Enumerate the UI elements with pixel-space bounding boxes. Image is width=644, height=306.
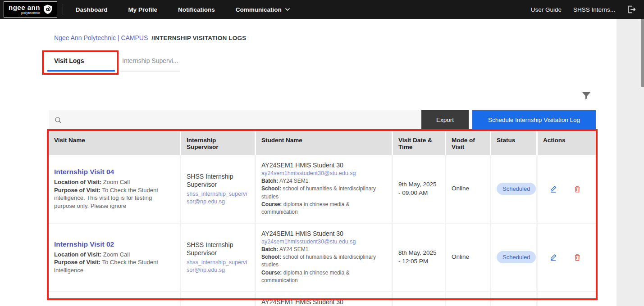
- tab-visit-logs[interactable]: Visit Logs: [47, 57, 115, 72]
- student-email-link[interactable]: ay24sem1hmisstudent30@stu.edu.sg: [261, 238, 386, 246]
- search-bar: [49, 110, 421, 130]
- nav-item-notifications[interactable]: Notifications: [178, 6, 215, 13]
- visit-logs-table: Visit Name Internship Supervisor Student…: [49, 131, 596, 306]
- delete-icon[interactable]: [573, 253, 582, 262]
- breadcrumb-current: /INTERNSHIP VISITATION LOGS: [151, 35, 246, 41]
- cell-actions: [538, 224, 596, 292]
- schedule-visitation-button[interactable]: Schedule Internship Visitation Log: [472, 110, 596, 130]
- cell-actions: [538, 292, 596, 306]
- school-label: School:: [261, 185, 281, 192]
- header-visit-name: Visit Name: [49, 131, 181, 155]
- header-student-name: Student Name: [256, 131, 393, 155]
- batch-value: AY24 SEM1: [279, 178, 308, 184]
- cell-mode-of-visit: Online: [446, 224, 491, 292]
- edit-icon[interactable]: [549, 253, 558, 262]
- cell-status: Completed: [491, 292, 538, 306]
- header-status: Status: [491, 131, 538, 155]
- cell-visit-date-time: 8th May, 2025 - 12:05 PM: [393, 224, 446, 292]
- visit-name-link[interactable]: Internship Visit 04: [54, 168, 114, 176]
- nav-item-my-profile[interactable]: My Profile: [128, 6, 157, 13]
- header-mode-of-visit: Mode of Visit: [446, 131, 491, 155]
- batch-label: Batch:: [261, 246, 278, 252]
- status-badge: Scheduled: [497, 183, 536, 195]
- mode-of-visit: Online: [452, 184, 484, 193]
- breadcrumb: Ngee Ann Polytechnic | CAMPUS /INTERNSHI…: [54, 34, 246, 41]
- supervisor-name: SHSS Internship Supervisor: [187, 241, 249, 257]
- np-shield-icon: [42, 4, 53, 15]
- header-internship-supervisor: Internship Supervisor: [181, 131, 256, 155]
- cell-visit-date-time: 15th Jan, 2025 - 12:25 PM: [393, 292, 446, 306]
- cell-mode-of-visit: Online: [446, 155, 491, 224]
- page-right-gutter: [617, 19, 644, 306]
- filter-icon[interactable]: [581, 90, 592, 101]
- header-actions: Actions: [538, 131, 596, 155]
- nav-item-dashboard[interactable]: Dashboard: [76, 6, 108, 13]
- purpose-label: Purpose of Visit:: [54, 259, 100, 266]
- student-name: AY24SEM1 HMIS Student 30: [261, 230, 386, 237]
- nav-divider: [63, 4, 63, 15]
- table-row: Internship Visit 04 Location of Visit: Z…: [49, 155, 596, 224]
- cell-visit-name: Internship Visit 02 Location of Visit: Z…: [49, 224, 181, 292]
- location-value: Zoom Call: [103, 179, 130, 185]
- course-label: Course:: [261, 270, 282, 276]
- school-label: School:: [261, 254, 281, 260]
- cell-student-name: AY24SEM1 HMIS Student 30 ay24sem1hmisstu…: [256, 224, 393, 292]
- tab-bar: Visit Logs Internship Supervi...: [47, 57, 180, 72]
- location-value: Zoom Call: [103, 251, 130, 258]
- location-label: Location of Visit:: [54, 251, 101, 258]
- logout-icon[interactable]: [627, 4, 637, 14]
- chevron-down-icon: [285, 7, 290, 12]
- nav-menu: Dashboard My Profile Notifications Commu…: [76, 6, 290, 13]
- cell-internship-supervisor: SHSS Internship Supervisor shss_internsh…: [181, 224, 256, 292]
- mode-of-visit: Online: [452, 253, 484, 261]
- cell-student-name: AY24SEM1 HMIS Student 30 ay24sem1hmisstu…: [256, 292, 393, 306]
- visit-name-link[interactable]: Internship Visit 02: [54, 240, 114, 248]
- supervisor-name: SHSS Internship Supervisor: [187, 172, 249, 189]
- table-row: Review visit Location of Visit: Zoom Cal…: [49, 292, 596, 306]
- cell-internship-supervisor: SHSS Internship Supervisor shss_internsh…: [181, 292, 256, 306]
- student-email-link[interactable]: ay24sem1hmisstudent30@stu.edu.sg: [261, 170, 386, 177]
- nav-item-account[interactable]: SHSS Interns...: [573, 6, 615, 13]
- course-label: Course:: [261, 201, 282, 207]
- nav-right: User Guide SHSS Interns...: [531, 4, 637, 14]
- visit-datetime: 8th May, 2025 - 12:05 PM: [398, 249, 439, 266]
- cell-actions: [538, 155, 596, 224]
- cell-internship-supervisor: SHSS Internship Supervisor shss_internsh…: [181, 155, 256, 224]
- cell-visit-name: Review visit Location of Visit: Zoom Cal…: [49, 292, 181, 306]
- ngee-ann-logo[interactable]: ngee ann polytechnic: [4, 1, 57, 18]
- search-input[interactable]: [66, 117, 381, 123]
- purpose-label: Purpose of Visit:: [54, 187, 100, 194]
- delete-icon[interactable]: [573, 184, 582, 194]
- top-navbar: ngee ann polytechnic Dashboard My Profil…: [0, 0, 644, 19]
- cell-visit-date-time: 9th May, 2025 - 09:00 AM: [393, 155, 446, 224]
- logo-line1: ngee ann: [9, 4, 40, 11]
- student-name: AY24SEM1 HMIS Student 30: [261, 162, 386, 169]
- batch-label: Batch:: [261, 178, 278, 184]
- cell-student-name: AY24SEM1 HMIS Student 30 ay24sem1hmisstu…: [256, 155, 393, 224]
- batch-value: AY24 SEM1: [279, 246, 308, 252]
- search-icon: [54, 116, 62, 124]
- nav-item-user-guide[interactable]: User Guide: [531, 6, 562, 13]
- logo-line2: polytechnic: [9, 11, 40, 15]
- cell-mode-of-visit: Face-to-face: [446, 292, 491, 306]
- header-visit-date-time: Visit Date & Time: [393, 131, 446, 155]
- supervisor-email-link[interactable]: shss_internship_supervisor@np.edu.sg: [187, 259, 249, 274]
- student-name: AY24SEM1 HMIS Student 30: [261, 298, 386, 306]
- export-button[interactable]: Export: [421, 110, 469, 130]
- visit-datetime: 9th May, 2025 - 09:00 AM: [398, 180, 439, 198]
- cell-status: Scheduled: [491, 224, 538, 292]
- table-header-row: Visit Name Internship Supervisor Student…: [49, 131, 596, 155]
- tab-internship-supervisor[interactable]: Internship Supervi...: [120, 57, 180, 72]
- location-label: Location of Visit:: [54, 179, 101, 185]
- cell-visit-name: Internship Visit 04 Location of Visit: Z…: [49, 155, 181, 224]
- supervisor-email-link[interactable]: shss_internship_supervisor@np.edu.sg: [187, 190, 249, 206]
- cell-status: Scheduled: [491, 155, 538, 224]
- table-row: Internship Visit 02 Location of Visit: Z…: [49, 224, 596, 292]
- status-badge: Scheduled: [497, 251, 536, 263]
- edit-icon[interactable]: [549, 184, 558, 194]
- breadcrumb-link[interactable]: Ngee Ann Polytechnic | CAMPUS: [54, 34, 148, 41]
- nav-item-communication[interactable]: Communication: [236, 6, 290, 13]
- vertical-scrollbar[interactable]: [641, 19, 644, 87]
